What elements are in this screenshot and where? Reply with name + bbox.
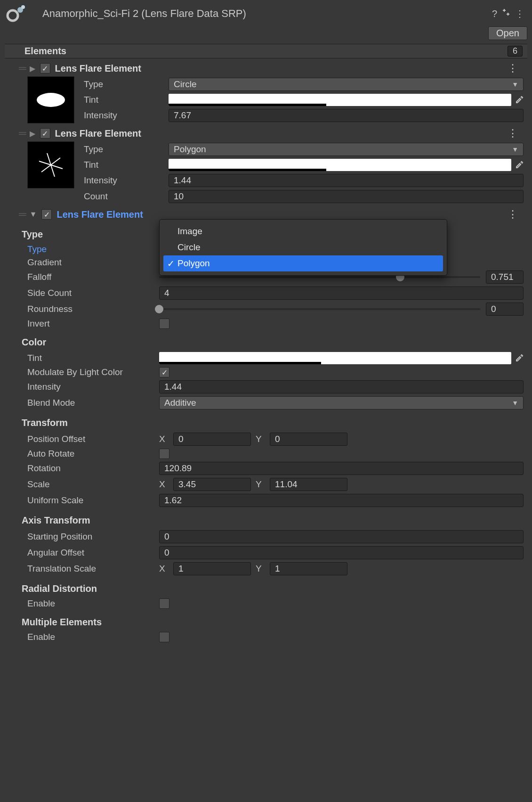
chevron-down-icon: ▼	[512, 81, 518, 88]
popup-item-circle[interactable]: Circle	[163, 239, 443, 255]
drag-handle-icon[interactable]: ═	[19, 127, 25, 139]
enable-label: Enable	[27, 598, 159, 609]
scale-label: Scale	[27, 479, 159, 490]
chevron-down-icon: ▼	[512, 399, 518, 407]
sidecount-field[interactable]: 4	[159, 286, 524, 300]
section-title: Elements	[8, 46, 66, 57]
blend-dropdown[interactable]: Additive ▼	[159, 396, 524, 409]
intensity-label: Intensity	[84, 175, 169, 186]
radial-enable-checkbox[interactable]	[159, 598, 169, 609]
more-icon[interactable]: ⋮	[515, 8, 524, 19]
preset-icon[interactable]	[502, 8, 510, 19]
tscale-y-field[interactable]: 1	[270, 562, 347, 575]
posoff-x-field[interactable]: 0	[173, 433, 251, 446]
element-title: Lens Flare Element	[55, 63, 141, 74]
angoff-label: Angular Offset	[27, 548, 159, 558]
popup-item-image[interactable]: Image	[163, 223, 443, 239]
chevron-right-icon[interactable]: ▶	[30, 129, 35, 138]
tint-color-field[interactable]	[169, 94, 511, 106]
transform-section-heading: Transform	[8, 411, 524, 431]
type-popup: Image Circle ✓ Polygon	[159, 219, 447, 276]
gradient-label: Gradient	[27, 257, 159, 268]
tint-label: Tint	[84, 95, 169, 105]
intensity-label: Intensity	[84, 110, 169, 121]
invert-checkbox[interactable]	[159, 319, 169, 329]
falloff-value[interactable]: 0.751	[486, 270, 524, 284]
type-label: Type	[84, 79, 169, 90]
type-value: Circle	[174, 79, 197, 90]
svg-point-0	[8, 10, 18, 21]
svg-point-2	[21, 5, 25, 9]
drag-handle-icon[interactable]: ═	[19, 208, 25, 221]
chevron-down-icon[interactable]: ▼	[30, 210, 37, 219]
help-icon[interactable]: ?	[492, 8, 497, 19]
roundness-label: Roundness	[27, 304, 159, 314]
element-title: Lens Flare Element	[55, 128, 141, 139]
drag-handle-icon[interactable]: ═	[19, 62, 25, 74]
tint-label: Tint	[27, 353, 159, 363]
element-thumbnail[interactable]	[27, 76, 74, 123]
rotation-label: Rotation	[27, 463, 159, 474]
modulate-label: Modulate By Light Color	[27, 367, 159, 377]
eyedropper-icon[interactable]	[515, 160, 524, 171]
tscale-x-field[interactable]: 1	[173, 562, 251, 575]
element-thumbnail[interactable]	[27, 141, 74, 188]
angoff-field[interactable]: 0	[159, 546, 524, 559]
element-more-icon[interactable]: ⋮	[508, 127, 524, 139]
posoff-label: Position Offset	[27, 434, 159, 444]
elements-header[interactable]: Elements 6	[5, 44, 527, 58]
x-label: X	[159, 479, 169, 490]
color-section-heading: Color	[8, 330, 524, 351]
intensity-label: Intensity	[27, 382, 159, 392]
intensity-field[interactable]: 1.44	[159, 380, 524, 393]
falloff-label: Falloff	[27, 272, 159, 282]
eyedropper-icon[interactable]	[515, 95, 524, 106]
y-label: Y	[256, 479, 265, 490]
rotation-field[interactable]: 120.89	[159, 462, 524, 475]
type-dropdown[interactable]: Circle ▼	[169, 78, 524, 91]
modulate-checkbox[interactable]: ✓	[159, 367, 169, 377]
enable-label: Enable	[27, 632, 159, 642]
autorotate-label: Auto Rotate	[27, 449, 159, 459]
type-dropdown[interactable]: Polygon ▼	[169, 143, 524, 156]
autorotate-checkbox[interactable]	[159, 449, 169, 459]
enable-checkbox[interactable]: ✓	[41, 209, 52, 220]
intensity-field[interactable]: 7.67	[169, 109, 524, 122]
posoff-y-field[interactable]: 0	[270, 433, 347, 446]
count-field[interactable]: 10	[169, 190, 524, 203]
axis-section-heading: Axis Transform	[8, 508, 524, 529]
element-more-icon[interactable]: ⋮	[508, 62, 524, 74]
type-label: Type	[27, 244, 159, 254]
blend-label: Blend Mode	[27, 398, 159, 408]
invert-label: Invert	[27, 319, 159, 329]
scale-x-field[interactable]: 3.45	[173, 478, 251, 491]
roundness-slider[interactable]	[159, 308, 480, 310]
startpos-field[interactable]: 0	[159, 530, 524, 543]
elements-count[interactable]: 6	[508, 46, 523, 57]
chevron-right-icon[interactable]: ▶	[30, 64, 35, 73]
startpos-label: Starting Position	[27, 532, 159, 542]
y-label: Y	[256, 564, 265, 574]
open-button[interactable]: Open	[488, 26, 527, 40]
eyedropper-icon[interactable]	[515, 353, 524, 364]
roundness-value[interactable]: 0	[486, 303, 524, 316]
tint-label: Tint	[84, 160, 169, 170]
x-label: X	[159, 434, 169, 444]
uscale-label: Uniform Scale	[27, 495, 159, 506]
intensity-field[interactable]: 1.44	[169, 174, 524, 187]
tint-color-field[interactable]	[169, 159, 511, 171]
tscale-label: Translation Scale	[27, 564, 159, 574]
sidecount-label: Side Count	[27, 288, 159, 298]
uscale-field[interactable]: 1.62	[159, 494, 524, 507]
enable-checkbox[interactable]: ✓	[40, 128, 50, 139]
element-more-icon[interactable]: ⋮	[508, 208, 524, 221]
asset-icon	[5, 4, 28, 23]
popup-item-polygon[interactable]: ✓ Polygon	[163, 255, 443, 271]
falloff-slider[interactable]	[159, 276, 480, 278]
scale-y-field[interactable]: 11.04	[270, 478, 347, 491]
radial-section-heading: Radial Distortion	[8, 577, 524, 597]
multi-enable-checkbox[interactable]	[159, 632, 169, 642]
element-title: Lens Flare Element	[56, 209, 143, 220]
enable-checkbox[interactable]: ✓	[40, 63, 50, 74]
tint-color-field[interactable]	[159, 352, 511, 364]
